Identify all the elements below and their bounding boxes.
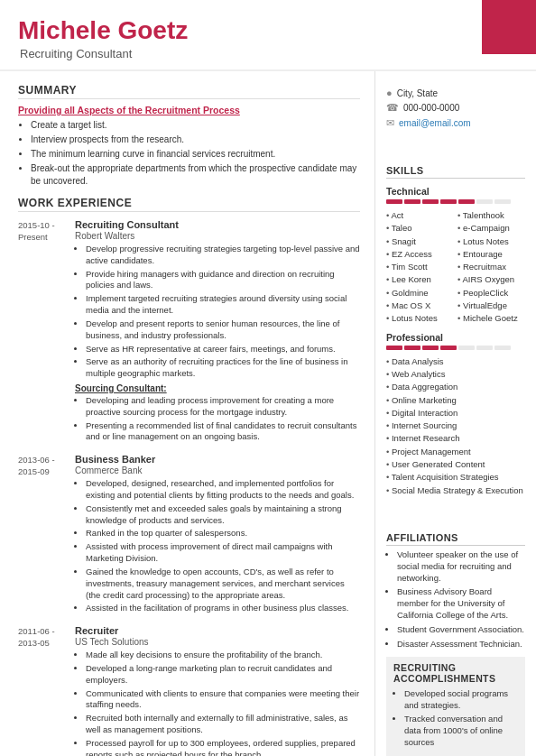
summary-section: SUMMARY Providing all Aspects of the Rec… bbox=[18, 84, 360, 188]
skill-bar-segment bbox=[386, 346, 402, 350]
list-item: Assisted in the facilitation of programs… bbox=[86, 603, 360, 614]
list-item: Developing and leading process improveme… bbox=[86, 395, 360, 419]
list-item: Develop and present reports to senior hu… bbox=[86, 318, 360, 342]
header-accent bbox=[482, 0, 536, 54]
contact-phone: ☎ 000-000-0000 bbox=[386, 102, 525, 114]
list-item: Serve as an authority of recruiting prac… bbox=[86, 356, 360, 380]
skill-item: Talent Acquisition Strategies bbox=[386, 471, 525, 483]
job-company: US Tech Solutions bbox=[75, 637, 360, 647]
skill-bar-segment bbox=[440, 346, 457, 350]
list-item: Student Government Association. bbox=[397, 624, 525, 636]
list-item: Develop progressive recruiting strategie… bbox=[86, 244, 360, 267]
email-icon: ✉ bbox=[386, 117, 394, 129]
skill-item: Michele Goetz bbox=[457, 312, 525, 324]
main-layout: SUMMARY Providing all Aspects of the Rec… bbox=[0, 71, 536, 756]
skill-item: User Generated Content bbox=[386, 458, 525, 470]
summary-subtitle: Providing all Aspects of the Recruitment… bbox=[18, 105, 360, 115]
skill-item: Social Media Strategy & Execution bbox=[386, 484, 525, 496]
skill-item: EZ Access bbox=[386, 248, 454, 260]
skill-bar-segment-empty bbox=[476, 346, 493, 350]
affiliations-title: AFFILIATIONS bbox=[386, 532, 525, 546]
list-item: Developed, designed, researched, and imp… bbox=[86, 478, 360, 502]
skill-item: Project Management bbox=[386, 446, 525, 457]
phone-icon: ☎ bbox=[386, 102, 399, 114]
recruiting-accomplishments-list: Developed social programs and strategies… bbox=[393, 688, 518, 748]
list-item: Developed a long-range marketing plan to… bbox=[86, 663, 360, 687]
header: Michele Goetz Recruiting Consultant bbox=[0, 0, 536, 71]
technical-skills-grid: Act Talenthook Taleo e-Campaign Snagit L… bbox=[386, 209, 525, 325]
candidate-title: Recruiting Consultant bbox=[18, 47, 518, 60]
skill-bar-segment-empty bbox=[458, 346, 475, 350]
list-item: Implement targeted recruiting strategies… bbox=[86, 293, 360, 317]
list-item: Ranked in the top quarter of salesperson… bbox=[86, 528, 360, 539]
skills-section: SKILLS Technical Act Talenthook Taleo e-… bbox=[386, 165, 525, 496]
list-item: Serve as HR representative at career fai… bbox=[86, 344, 360, 355]
list-item: Processed payroll for up to 300 employee… bbox=[86, 738, 360, 756]
job-title: Recruiting Consultant bbox=[75, 219, 360, 230]
affiliations-section: AFFILIATIONS Volunteer speaker on the us… bbox=[386, 532, 525, 650]
skill-bar-segment-empty bbox=[476, 199, 493, 204]
skill-item: Internet Sourcing bbox=[386, 419, 525, 431]
list-item: Presenting a recommended list of final c… bbox=[86, 420, 360, 444]
job-entry: 2013-06 - 2015-09 Business Banker Commer… bbox=[18, 454, 360, 616]
job-dates: 2011-06 - 2013-05 bbox=[18, 625, 68, 756]
professional-label: Professional bbox=[386, 332, 525, 343]
list-item: Disaster Assessment Technician. bbox=[397, 639, 525, 650]
skill-item: Online Marketing bbox=[386, 394, 525, 406]
job-details: Recruiting Consultant Robert Walters Dev… bbox=[75, 219, 360, 445]
list-item: Recruited both internally and externally… bbox=[86, 713, 360, 736]
skill-item: Web Analytics bbox=[386, 368, 525, 380]
work-experience-title: WORK EXPERIENCE bbox=[18, 197, 360, 212]
summary-list: Create a target list. Interview prospect… bbox=[18, 119, 360, 188]
contact-location: ● City, State bbox=[386, 88, 525, 98]
skill-item: Goldmine bbox=[386, 287, 454, 299]
job-dates: 2015-10 - Present bbox=[18, 219, 68, 445]
affiliations-list: Volunteer speaker on the use of social m… bbox=[386, 549, 525, 650]
skill-bar-segment bbox=[422, 346, 439, 350]
skill-bar-segment-empty bbox=[494, 199, 511, 204]
list-item: Volunteer speaker on the use of social m… bbox=[397, 549, 525, 584]
recruiting-accomplishments-title: RECRUITING ACCOMPLISHMENTS bbox=[393, 662, 518, 684]
skill-item: Entourage bbox=[457, 248, 525, 260]
list-item: Developed social programs and strategies… bbox=[404, 688, 518, 712]
list-item: Consistently met and exceeded sales goal… bbox=[86, 503, 360, 527]
right-column: ● City, State ☎ 000-000-0000 ✉ email@ema… bbox=[375, 71, 536, 756]
technical-label: Technical bbox=[386, 186, 525, 197]
job-bullets: Made all key decisions to ensure the pro… bbox=[75, 650, 360, 756]
skill-bar-segment bbox=[386, 199, 402, 204]
skill-item: e-Campaign bbox=[457, 222, 525, 234]
skill-bar-segment bbox=[404, 199, 420, 204]
contact-section: ● City, State ☎ 000-000-0000 ✉ email@ema… bbox=[386, 88, 525, 129]
skill-item: Digital Interaction bbox=[386, 407, 525, 419]
skill-item: Internet Research bbox=[386, 432, 525, 444]
contact-email: ✉ email@email.com bbox=[386, 117, 525, 129]
job-entry: 2011-06 - 2013-05 Recruiter US Tech Solu… bbox=[18, 625, 360, 756]
skill-item: Lotus Notes bbox=[457, 235, 525, 247]
job-entry: 2015-10 - Present Recruiting Consultant … bbox=[18, 219, 360, 445]
job-details: Recruiter US Tech Solutions Made all key… bbox=[75, 625, 360, 756]
skill-bar-segment bbox=[458, 199, 475, 204]
skill-item: Data Analysis bbox=[386, 355, 525, 367]
skill-item: Snagit bbox=[386, 235, 454, 247]
recruiting-accomplishments-section: RECRUITING ACCOMPLISHMENTS Developed soc… bbox=[386, 657, 525, 755]
skill-item: Talenthook bbox=[457, 209, 525, 221]
skill-item: Act bbox=[386, 209, 454, 221]
list-item: Interview prospects from the research. bbox=[31, 134, 360, 146]
skill-item: Recruitmax bbox=[457, 261, 525, 272]
list-item: Break-out the appropriate departments fr… bbox=[31, 162, 360, 188]
skill-bar-segment bbox=[440, 199, 457, 204]
list-item: Communicated with clients to ensure that… bbox=[86, 688, 360, 712]
list-item: Create a target list. bbox=[31, 119, 360, 132]
job-title: Business Banker bbox=[75, 454, 360, 465]
list-item: The minimum learning curve in financial … bbox=[31, 148, 360, 161]
list-item: Provide hiring managers with guidance an… bbox=[86, 269, 360, 292]
skill-item: AIRS Oxygen bbox=[457, 273, 525, 285]
skills-title: SKILLS bbox=[386, 165, 525, 179]
job-bullets: Developed, designed, researched, and imp… bbox=[75, 478, 360, 614]
skill-bar-segment bbox=[422, 199, 439, 204]
job-company: Commerce Bank bbox=[75, 466, 360, 475]
summary-title: SUMMARY bbox=[18, 84, 360, 99]
job-sub-title: Sourcing Consultant: bbox=[75, 383, 360, 393]
job-bullets: Develop progressive recruiting strategie… bbox=[75, 244, 360, 380]
skill-item: Taleo bbox=[386, 222, 454, 234]
